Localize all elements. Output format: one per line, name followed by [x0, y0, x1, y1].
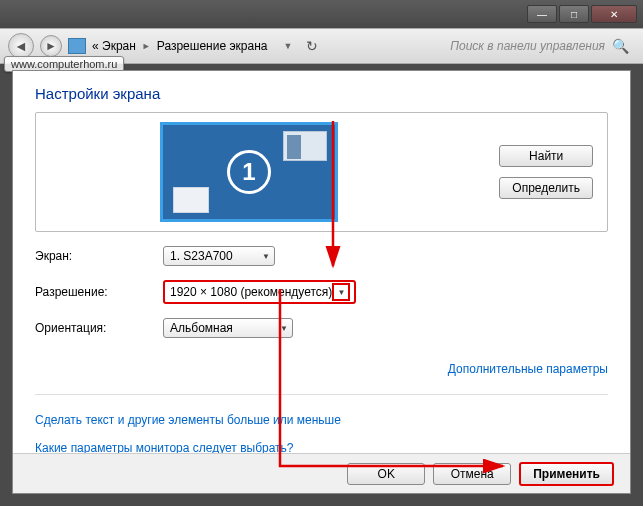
- orientation-label: Ориентация:: [35, 321, 163, 335]
- find-button[interactable]: Найти: [499, 145, 593, 167]
- close-icon: ✕: [610, 9, 618, 20]
- minimize-button[interactable]: —: [527, 5, 557, 23]
- monitor-number-badge: 1: [227, 150, 271, 194]
- preview-window-icon: [173, 187, 209, 213]
- resolution-value: 1920 × 1080 (рекомендуется): [170, 285, 332, 299]
- text-size-link[interactable]: Сделать текст и другие элементы больше и…: [35, 413, 341, 427]
- search-icon[interactable]: 🔍: [612, 38, 629, 54]
- dialog-footer: OK Отмена Применить: [13, 453, 630, 493]
- breadcrumb-separator-icon: ►: [142, 41, 151, 51]
- ok-button[interactable]: OK: [347, 463, 425, 485]
- content-panel: Настройки экрана 1 Найти Определить Экра…: [12, 70, 631, 494]
- preview-window-icon: [283, 131, 327, 161]
- screen-combobox[interactable]: 1. S23A700 ▼: [163, 246, 275, 266]
- screen-value: 1. S23A700: [170, 249, 233, 263]
- window-titlebar: — □ ✕: [0, 0, 643, 28]
- maximize-button[interactable]: □: [559, 5, 589, 23]
- resolution-combobox[interactable]: 1920 × 1080 (рекомендуется) ▼: [163, 280, 356, 304]
- close-button[interactable]: ✕: [591, 5, 637, 23]
- refresh-icon: ↻: [306, 38, 318, 54]
- monitor-preview[interactable]: 1: [160, 122, 338, 222]
- orientation-combobox[interactable]: Альбомная ▼: [163, 318, 293, 338]
- detect-button[interactable]: Определить: [499, 177, 593, 199]
- chevron-down-icon: ▼: [262, 252, 270, 261]
- breadcrumb[interactable]: « Экран ► Разрешение экрана ▼: [92, 39, 292, 53]
- advanced-parameters-link[interactable]: Дополнительные параметры: [448, 362, 608, 376]
- minimize-icon: —: [537, 9, 547, 20]
- breadcrumb-segment-screen[interactable]: « Экран: [92, 39, 136, 53]
- chevron-down-icon: ▼: [280, 324, 288, 333]
- breadcrumb-segment-resolution[interactable]: Разрешение экрана: [157, 39, 268, 53]
- orientation-value: Альбомная: [170, 321, 233, 335]
- maximize-icon: □: [571, 9, 577, 20]
- monitor-layout-box: 1 Найти Определить: [35, 112, 608, 232]
- nav-forward-button[interactable]: ►: [40, 35, 62, 57]
- arrow-left-icon: ◄: [14, 38, 28, 54]
- apply-button[interactable]: Применить: [519, 462, 614, 486]
- search-input[interactable]: Поиск в панели управления: [450, 39, 635, 53]
- breadcrumb-dropdown-icon[interactable]: ▼: [283, 41, 292, 51]
- chevron-down-icon[interactable]: ▼: [332, 283, 350, 301]
- screen-label: Экран:: [35, 249, 163, 263]
- refresh-button[interactable]: ↻: [306, 38, 318, 54]
- cancel-button[interactable]: Отмена: [433, 463, 511, 485]
- arrow-right-icon: ►: [45, 39, 57, 53]
- control-panel-icon: [68, 38, 86, 54]
- resolution-label: Разрешение:: [35, 285, 163, 299]
- page-title: Настройки экрана: [35, 85, 608, 102]
